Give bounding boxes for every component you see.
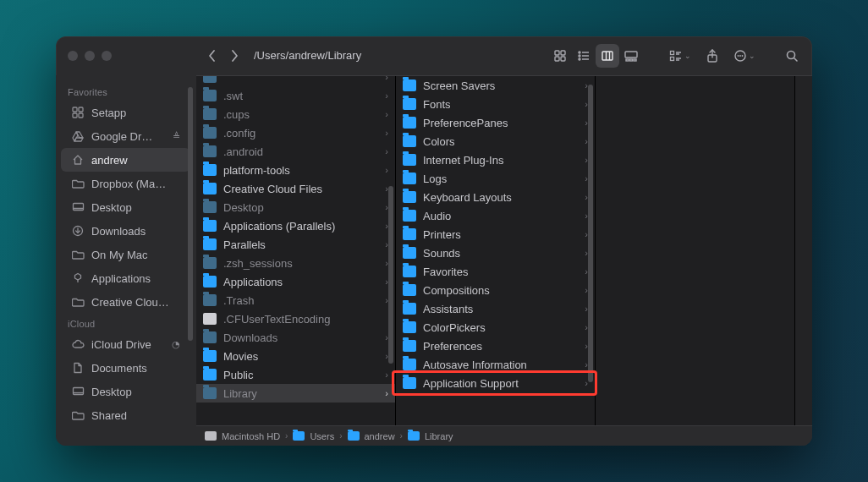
file-row[interactable]: Colors› <box>396 132 595 151</box>
svg-point-25 <box>738 55 739 57</box>
view-gallery-button[interactable] <box>619 44 643 68</box>
file-name: Colors <box>423 135 578 148</box>
file-name: Fonts <box>423 98 578 111</box>
zoom-dot[interactable] <box>102 51 112 61</box>
share-button[interactable] <box>700 44 724 68</box>
sidebar-item[interactable]: Setapp <box>61 101 190 124</box>
folder-icon <box>403 377 416 389</box>
search-button[interactable] <box>780 44 804 68</box>
file-row[interactable]: › <box>196 76 395 86</box>
sidebar-item[interactable]: Dropbox (Ma… <box>61 172 190 195</box>
sidebar-item[interactable]: Google Dr…≜ <box>61 124 190 148</box>
file-name: PreferencePanes <box>423 117 578 129</box>
sidebar-item[interactable]: Creative Clou… <box>61 290 190 314</box>
sidebar-item[interactable]: Desktop <box>61 380 190 403</box>
action-menu-button[interactable]: ⌄ <box>729 44 760 68</box>
sidebar-item[interactable]: iCloud Drive◔ <box>61 332 190 356</box>
sidebar-item[interactable]: Downloads <box>61 219 190 243</box>
file-row[interactable]: ColorPickers› <box>396 318 595 337</box>
file-name: .swt <box>223 90 378 102</box>
folder-icon <box>203 127 217 139</box>
view-icons-button[interactable] <box>548 44 572 68</box>
sidebar-item-label: Shared <box>91 409 180 422</box>
folder-icon <box>403 173 416 184</box>
close-dot[interactable] <box>68 51 78 61</box>
path-segment[interactable]: Users <box>310 431 334 441</box>
view-list-button[interactable] <box>572 44 596 68</box>
svg-point-4 <box>579 52 580 53</box>
file-row[interactable]: .swt› <box>196 86 395 105</box>
folder-icon <box>203 294 217 306</box>
view-columns-button[interactable] <box>596 44 619 68</box>
minimize-dot[interactable] <box>85 51 95 61</box>
file-row[interactable]: Public› <box>196 365 395 384</box>
svg-point-27 <box>742 55 744 57</box>
file-row[interactable]: platform-tools› <box>196 161 395 179</box>
sidebar-item[interactable]: Documents <box>61 356 190 380</box>
folder-icon <box>203 90 217 101</box>
file-row[interactable]: .android› <box>196 142 395 161</box>
folder-icon <box>71 177 85 190</box>
file-row[interactable]: Printers› <box>396 225 595 244</box>
file-row[interactable]: Library› <box>196 384 395 403</box>
sidebar-scrollbar[interactable] <box>188 87 193 341</box>
file-name: Desktop <box>223 201 378 214</box>
file-row[interactable]: Keyboard Layouts› <box>396 188 595 206</box>
file-row[interactable]: Movies› <box>196 347 395 365</box>
file-row[interactable]: .cups› <box>196 105 395 123</box>
file-row[interactable]: Favorites› <box>396 262 595 281</box>
chevron-down-icon: ⌄ <box>684 52 691 60</box>
svg-rect-30 <box>73 107 77 112</box>
file-row[interactable]: Downloads› <box>196 328 395 347</box>
file-row[interactable]: Applications› <box>196 272 395 291</box>
path-segment[interactable]: Macintosh HD <box>222 431 280 441</box>
path-title: /Users/andrew/Library <box>254 49 361 62</box>
folder-icon <box>203 350 217 362</box>
file-row[interactable]: Audio› <box>396 206 595 225</box>
sidebar-item[interactable]: Desktop <box>61 195 190 219</box>
file-row[interactable]: Application Support› <box>396 374 595 392</box>
file-row[interactable]: PreferencePanes› <box>396 113 595 132</box>
sidebar-section-label: Favorites <box>56 82 195 101</box>
file-row[interactable]: Logs› <box>396 169 595 188</box>
file-row[interactable]: Assistants› <box>396 299 595 318</box>
file-name: Public <box>223 369 378 381</box>
column-1-scrollbar[interactable] <box>388 186 393 364</box>
sidebar-item[interactable]: Shared <box>61 403 190 427</box>
path-segment[interactable]: andrew <box>365 431 395 441</box>
file-row[interactable]: Sounds› <box>396 244 595 262</box>
path-segment[interactable]: Library <box>425 431 453 441</box>
file-name: .CFUserTextEncoding <box>223 313 378 326</box>
file-row[interactable]: Autosave Information› <box>396 355 595 374</box>
folder-icon <box>293 431 305 441</box>
column-2-scrollbar[interactable] <box>588 85 593 382</box>
file-row[interactable]: .Trash› <box>196 291 395 309</box>
file-row[interactable]: Desktop› <box>196 198 395 216</box>
file-row[interactable]: Screen Savers› <box>396 76 595 95</box>
file-name: Parallels <box>223 238 378 251</box>
forward-button[interactable] <box>223 44 245 68</box>
sidebar-item-label: Documents <box>91 362 180 375</box>
folder-icon <box>71 408 85 422</box>
file-row[interactable]: Preferences› <box>396 337 595 355</box>
sidebar-item-label: iCloud Drive <box>91 338 165 351</box>
file-row[interactable]: Creative Cloud Files› <box>196 179 395 198</box>
file-row[interactable]: .zsh_sessions› <box>196 254 395 272</box>
file-row[interactable]: Internet Plug-Ins› <box>396 151 595 169</box>
file-name: .config <box>223 127 378 140</box>
sidebar-item[interactable]: Applications <box>61 266 190 290</box>
folder-icon <box>203 145 217 157</box>
file-row[interactable]: .config› <box>196 123 395 142</box>
back-button[interactable] <box>201 44 223 68</box>
file-row[interactable]: Compositions› <box>396 281 595 299</box>
file-row[interactable]: Applications (Parallels)› <box>196 216 395 235</box>
svg-rect-32 <box>73 113 77 118</box>
file-row[interactable]: Parallels› <box>196 235 395 254</box>
group-by-button[interactable]: ⌄ <box>665 44 695 68</box>
file-row[interactable]: Fonts› <box>396 95 595 113</box>
file-row[interactable]: .CFUserTextEncoding› <box>196 309 395 328</box>
sidebar-item[interactable]: andrew <box>61 148 190 172</box>
sidebar-item[interactable]: On My Mac <box>61 243 190 266</box>
sidebar-section-label: iCloud <box>56 314 195 332</box>
folder-icon <box>203 331 217 343</box>
